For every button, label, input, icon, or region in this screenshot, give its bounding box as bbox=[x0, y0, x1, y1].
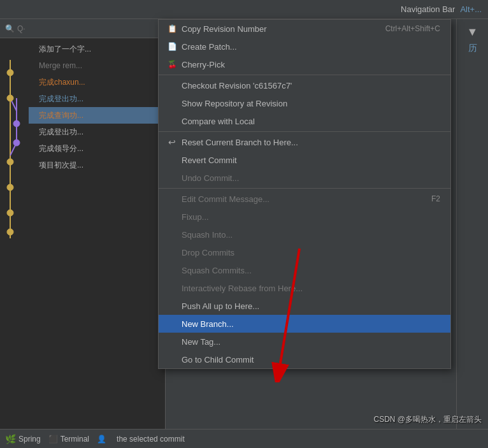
commit-text: Merge rem... bbox=[39, 61, 82, 70]
squash-icon bbox=[166, 229, 178, 240]
context-menu: 📋 Copy Revision Number Ctrl+Alt+Shift+C … bbox=[158, 19, 451, 369]
push-icon bbox=[166, 300, 178, 312]
svg-point-5 bbox=[7, 95, 13, 101]
commit-row[interactable]: 添加了一个字... bbox=[29, 41, 165, 57]
menu-label: Fixup... bbox=[182, 212, 440, 222]
menu-item-create-patch[interactable]: 📄 Create Patch... bbox=[159, 38, 450, 55]
menu-label: Compare with Local bbox=[182, 117, 440, 126]
patch-icon: 📄 bbox=[166, 41, 178, 52]
menu-label: Reset Current Branch to Here... bbox=[182, 138, 440, 147]
commit-text: 完成登出功... bbox=[39, 127, 83, 138]
spring-label: Spring bbox=[18, 435, 41, 444]
menu-item-undo-commit[interactable]: Undo Commit... bbox=[159, 169, 450, 187]
menu-label: Edit Commit Message... bbox=[182, 194, 426, 204]
svg-point-8 bbox=[7, 159, 13, 165]
undo-icon bbox=[166, 172, 178, 184]
menu-item-fixup[interactable]: Fixup... bbox=[159, 208, 450, 226]
next-icon[interactable]: 历 bbox=[468, 43, 477, 54]
commit-row[interactable]: 完成查询功... bbox=[29, 107, 165, 124]
menu-label: Create Patch... bbox=[182, 42, 440, 52]
menu-item-show-repo[interactable]: Show Repository at Revision bbox=[159, 94, 450, 112]
dropdown-icon[interactable]: ▼ bbox=[467, 25, 478, 39]
top-bar: Navigation Bar Alt+... bbox=[0, 0, 488, 19]
menu-item-squash-commits[interactable]: Squash Commits... bbox=[159, 261, 450, 279]
person-icon: 👤 bbox=[97, 435, 106, 444]
spring-item[interactable]: 🌿 Spring bbox=[5, 434, 41, 444]
copy-icon: 📋 bbox=[166, 23, 178, 34]
svg-point-11 bbox=[7, 229, 13, 235]
menu-label: New Branch... bbox=[182, 319, 440, 329]
commit-text: 完成查询功... bbox=[39, 110, 83, 121]
child-icon bbox=[166, 354, 178, 365]
search-input[interactable] bbox=[17, 24, 160, 33]
commit-row[interactable]: 完成登出功... bbox=[29, 124, 165, 140]
separator bbox=[159, 131, 450, 132]
person-item[interactable]: 👤 bbox=[97, 435, 106, 444]
menu-item-new-tag[interactable]: New Tag... bbox=[159, 333, 450, 350]
menu-item-interactive-rebase[interactable]: Interactively Rebase from Here... bbox=[159, 279, 450, 297]
menu-label: Push All up to Here... bbox=[182, 301, 440, 311]
terminal-label: Terminal bbox=[61, 435, 89, 444]
git-graph bbox=[5, 60, 24, 238]
branch-icon bbox=[166, 318, 178, 329]
menu-item-checkout-revision[interactable]: Checkout Revision 'c61567c7' bbox=[159, 76, 450, 94]
svg-point-9 bbox=[7, 184, 13, 191]
menu-label: Copy Revision Number bbox=[182, 24, 380, 34]
commit-text: 项目初次提... bbox=[39, 160, 83, 171]
commit-row[interactable]: Merge rem... bbox=[29, 57, 165, 74]
status-text: the selected commit bbox=[117, 435, 185, 444]
menu-item-drop-commits[interactable]: Drop Commits bbox=[159, 243, 450, 261]
commit-text: 完成登出功... bbox=[39, 94, 83, 105]
watermark-text: CSDN @多喝热水，重启左箭头 bbox=[373, 415, 482, 424]
left-panel: 🔍 添加了一个字... Merge rem... 完成chaxun... 完成登… bbox=[0, 19, 166, 448]
menu-item-new-branch[interactable]: New Branch... bbox=[159, 315, 450, 333]
separator bbox=[159, 75, 450, 75]
tag-icon bbox=[166, 336, 178, 347]
commit-row[interactable]: 完成chaxun... bbox=[29, 74, 165, 90]
menu-item-squash-into[interactable]: Squash Into... bbox=[159, 226, 450, 243]
fixup-icon bbox=[166, 211, 178, 222]
squash-commits-icon bbox=[166, 264, 178, 276]
menu-item-push-all[interactable]: Push All up to Here... bbox=[159, 297, 450, 315]
commit-row[interactable]: 完成登出功... bbox=[29, 90, 165, 107]
terminal-item[interactable]: ⬛ Terminal bbox=[48, 435, 89, 444]
menu-label: Go to Child Commit bbox=[182, 355, 440, 365]
svg-point-7 bbox=[13, 140, 20, 146]
svg-point-10 bbox=[7, 210, 13, 216]
commit-list: 添加了一个字... Merge rem... 完成chaxun... 完成登出功… bbox=[0, 38, 165, 176]
commit-row[interactable]: 项目初次提... bbox=[29, 157, 165, 173]
menu-label: Cherry-Pick bbox=[182, 60, 440, 69]
nav-bar-shortcut: Alt+... bbox=[460, 4, 482, 14]
menu-shortcut: F2 bbox=[431, 194, 440, 203]
menu-label: Drop Commits bbox=[182, 248, 440, 257]
menu-item-cherry-pick[interactable]: 🍒 Cherry-Pick bbox=[159, 55, 450, 73]
cherry-icon: 🍒 bbox=[166, 59, 178, 70]
menu-item-revert-commit[interactable]: Revert Commit bbox=[159, 151, 450, 169]
revert-icon bbox=[166, 154, 178, 166]
menu-label: Squash Into... bbox=[182, 230, 440, 240]
drop-icon bbox=[166, 247, 178, 258]
nav-bar-label: Navigation Bar bbox=[401, 4, 455, 14]
rebase-icon bbox=[166, 282, 178, 294]
separator bbox=[159, 188, 450, 189]
menu-label: Undo Commit... bbox=[182, 173, 440, 183]
bottom-bar: 🌿 Spring ⬛ Terminal 👤 the selected commi… bbox=[0, 429, 488, 448]
menu-item-copy-revision[interactable]: 📋 Copy Revision Number Ctrl+Alt+Shift+C bbox=[159, 20, 450, 38]
menu-item-go-to-child[interactable]: Go to Child Commit bbox=[159, 350, 450, 368]
terminal-icon: ⬛ bbox=[48, 435, 58, 444]
commit-text: 完成领导分... bbox=[39, 143, 83, 154]
commit-row[interactable]: 完成领导分... bbox=[29, 140, 165, 157]
edit-icon bbox=[166, 193, 178, 205]
menu-label: Checkout Revision 'c61567c7' bbox=[182, 81, 440, 90]
search-icon: 🔍 bbox=[5, 24, 15, 33]
compare-icon bbox=[166, 115, 178, 127]
svg-point-4 bbox=[7, 69, 13, 76]
menu-shortcut: Ctrl+Alt+Shift+C bbox=[385, 24, 440, 33]
menu-item-edit-commit-msg[interactable]: Edit Commit Message... F2 bbox=[159, 190, 450, 208]
spring-icon: 🌿 bbox=[5, 434, 16, 444]
menu-label: Squash Commits... bbox=[182, 266, 440, 275]
menu-item-reset-branch[interactable]: ↩ Reset Current Branch to Here... bbox=[159, 133, 450, 151]
repo-icon bbox=[166, 98, 178, 109]
menu-label: Interactively Rebase from Here... bbox=[182, 284, 440, 293]
menu-item-compare-local[interactable]: Compare with Local bbox=[159, 112, 450, 130]
